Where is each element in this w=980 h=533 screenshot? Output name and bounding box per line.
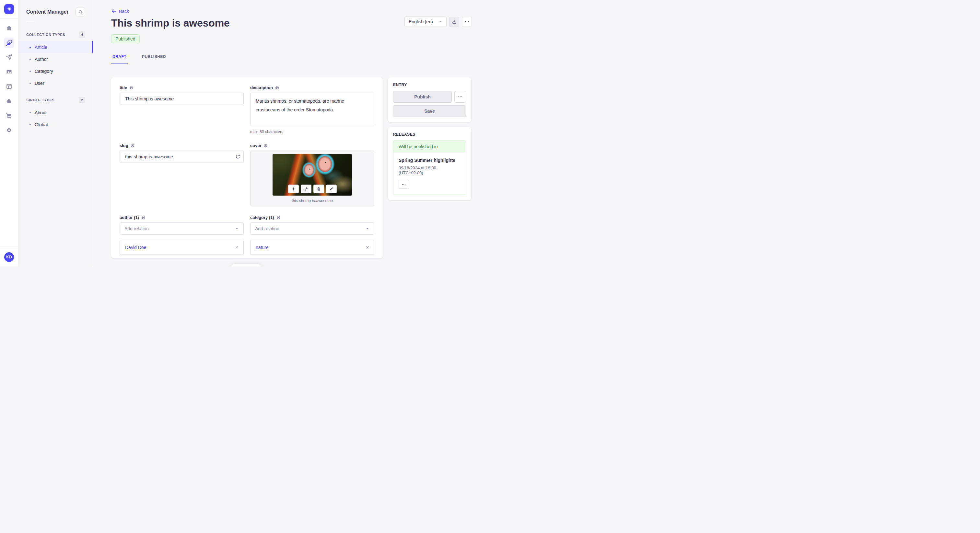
- feather-icon: [6, 40, 12, 46]
- content-type-builder-nav-button[interactable]: [4, 81, 14, 92]
- description-textarea[interactable]: Mantis shrimps, or stomatopods, are mari…: [250, 93, 374, 126]
- rail-nav: [4, 19, 14, 140]
- cover-field-label: cover: [250, 143, 261, 148]
- edit-asset-button[interactable]: [326, 185, 337, 194]
- sidebar-item-category[interactable]: Category: [19, 65, 93, 77]
- releases-panel-title: RELEASES: [393, 132, 466, 136]
- category-field-label: category (1): [250, 215, 274, 220]
- releases-panel: RELEASES Will be published in Spring Sum…: [388, 127, 471, 200]
- media-library-nav-button[interactable]: [4, 67, 14, 77]
- sidebar-item-article[interactable]: Article: [19, 41, 93, 53]
- sidebar-item-user[interactable]: User: [19, 77, 93, 89]
- collection-types-list: Article Author Category User: [26, 41, 85, 89]
- back-label: Back: [119, 9, 129, 14]
- slug-field-label: slug: [119, 143, 128, 148]
- cloud-icon: [6, 98, 12, 104]
- remove-author-relation-button[interactable]: [235, 246, 239, 249]
- author-field-label: author (1): [119, 215, 139, 220]
- content-manager-nav-button[interactable]: [4, 38, 14, 48]
- sidebar-item-label: Author: [35, 57, 48, 62]
- export-button[interactable]: [449, 17, 459, 27]
- images-icon: [6, 69, 12, 75]
- locale-selected-value: English (en): [409, 19, 433, 24]
- user-avatar[interactable]: KD: [4, 252, 14, 262]
- entry-form-card: title description Mantis shrimps, or: [111, 78, 383, 258]
- content-manager-sidebar: Content Manager COLLECTION TYPES 4 Artic…: [19, 0, 93, 266]
- publish-button[interactable]: Publish: [393, 91, 452, 103]
- category-select-placeholder: Add relation: [255, 226, 279, 231]
- copy-link-button[interactable]: [301, 185, 312, 194]
- cover-actions-toolbar: [288, 185, 337, 194]
- cover-image-mantis-shrimp[interactable]: [272, 154, 352, 195]
- download-icon: [452, 19, 457, 24]
- entry-panel-title: ENTRY: [393, 82, 466, 87]
- more-dots-icon: [465, 19, 469, 24]
- search-icon: [78, 10, 83, 14]
- category-field: category (1) Add relation nature: [250, 215, 374, 255]
- delete-asset-button[interactable]: [313, 185, 324, 194]
- collection-types-count-badge: 4: [79, 32, 85, 38]
- author-relation-select[interactable]: Add relation: [119, 222, 244, 235]
- published-status-badge: Published: [111, 34, 140, 43]
- bullet-icon: [30, 59, 31, 60]
- sidebar-title: Content Manager: [26, 9, 69, 15]
- tab-draft[interactable]: DRAFT: [111, 54, 128, 63]
- cover-asset-caption: this-shrimp-is-awesome: [292, 198, 333, 203]
- back-link[interactable]: Back: [111, 9, 129, 14]
- author-relation-link[interactable]: David Doe: [125, 245, 146, 250]
- description-helper-text: max. 80 characters: [250, 130, 374, 134]
- strapi-logo[interactable]: [4, 4, 14, 14]
- gear-icon: [6, 127, 12, 133]
- description-field-label: description: [250, 85, 273, 90]
- release-status-text: Will be published in: [393, 141, 466, 152]
- category-relation-link[interactable]: nature: [256, 245, 269, 250]
- save-button[interactable]: Save: [393, 105, 466, 117]
- regenerate-slug-button[interactable]: [235, 154, 240, 159]
- release-date: 09/18/2024 at 16:00 (UTC+02:00): [399, 165, 460, 175]
- title-field-label: title: [119, 85, 127, 90]
- tab-published[interactable]: PUBLISHED: [141, 54, 167, 63]
- bullet-icon: [30, 82, 31, 84]
- category-relation-select[interactable]: Add relation: [250, 222, 374, 235]
- slug-input[interactable]: [119, 151, 244, 163]
- cloud-nav-button[interactable]: [4, 96, 14, 106]
- title-field: title: [119, 85, 244, 134]
- chevron-down-icon: [366, 227, 369, 230]
- sidebar-item-global[interactable]: Global: [19, 119, 93, 130]
- globe-icon: [264, 143, 268, 148]
- remove-category-relation-button[interactable]: [366, 246, 369, 249]
- refresh-icon: [235, 154, 240, 159]
- title-input[interactable]: [119, 93, 244, 105]
- collection-types-heading: COLLECTION TYPES: [26, 33, 65, 36]
- back-arrow-icon: [111, 9, 116, 14]
- release-more-button[interactable]: [399, 180, 409, 189]
- header-more-button[interactable]: [462, 17, 472, 27]
- floating-widget[interactable]: [230, 264, 262, 266]
- entry-more-button[interactable]: [454, 91, 466, 103]
- sidebar-item-about[interactable]: About: [19, 106, 93, 119]
- release-card: Will be published in Spring Summer highl…: [393, 141, 466, 195]
- more-dots-icon: [401, 182, 406, 187]
- author-select-placeholder: Add relation: [124, 226, 149, 231]
- sidebar-item-author[interactable]: Author: [19, 53, 93, 65]
- single-types-heading: SINGLE TYPES: [26, 98, 54, 102]
- globe-icon: [276, 215, 281, 220]
- releases-nav-button[interactable]: [4, 52, 14, 62]
- sidebar-item-label: User: [35, 81, 45, 86]
- add-asset-button[interactable]: [288, 185, 299, 194]
- pencil-icon: [329, 187, 334, 191]
- home-nav-button[interactable]: [4, 23, 14, 33]
- settings-nav-button[interactable]: [4, 125, 14, 135]
- author-relation-chip: David Doe: [119, 240, 244, 255]
- search-button[interactable]: [75, 7, 85, 17]
- locale-select[interactable]: English (en): [404, 16, 447, 27]
- marketplace-nav-button[interactable]: [4, 110, 14, 121]
- description-field: description Mantis shrimps, or stomatopo…: [250, 85, 374, 134]
- trash-icon: [317, 187, 321, 191]
- nav-rail: KD: [0, 0, 19, 266]
- globe-icon: [275, 86, 279, 90]
- more-dots-icon: [458, 94, 463, 99]
- cover-asset-box: this-shrimp-is-awesome: [250, 151, 374, 206]
- sidebar-item-label: About: [35, 110, 47, 115]
- bullet-icon: [30, 47, 31, 48]
